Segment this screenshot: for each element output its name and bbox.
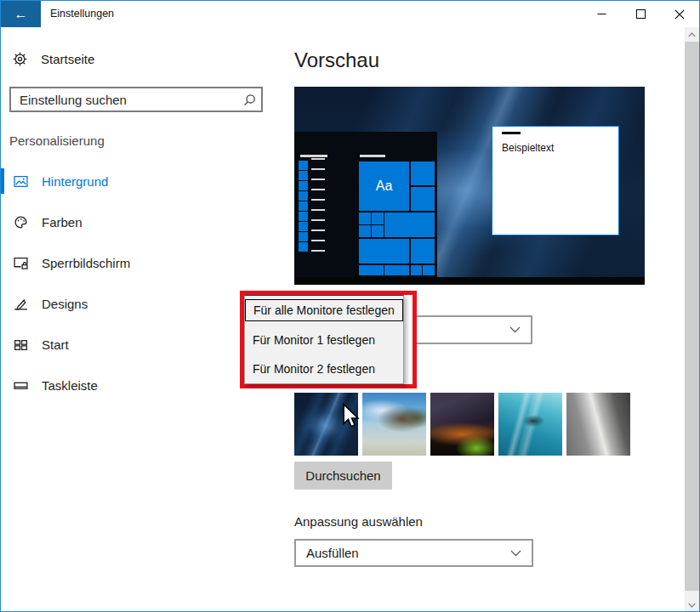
start-menu-tile xyxy=(359,212,371,224)
sidebar-item-label: Start xyxy=(42,337,69,352)
palette-icon xyxy=(14,215,28,230)
themes-icon xyxy=(14,297,28,311)
back-arrow-icon: ← xyxy=(14,7,28,22)
chevron-down-icon xyxy=(509,326,521,333)
start-menu-tile xyxy=(423,265,435,275)
minimize-button[interactable] xyxy=(582,1,621,27)
menu-item-monitor-2[interactable]: Für Monitor 2 festlegen xyxy=(245,354,403,383)
sidebar-item-label: Taskleiste xyxy=(42,378,98,393)
sidebar-home-label: Startseite xyxy=(41,52,94,66)
settings-search-box[interactable] xyxy=(9,87,263,112)
page-title: Vorschau xyxy=(294,48,379,72)
sidebar-item-start[interactable]: Start xyxy=(1,327,273,361)
start-menu-tile xyxy=(372,225,384,237)
start-menu-tile xyxy=(359,265,384,275)
scroll-down-button[interactable] xyxy=(685,598,699,612)
image-icon xyxy=(14,174,28,189)
minimize-icon xyxy=(597,9,606,19)
sidebar-item-label: Sperrbildschirm xyxy=(42,256,130,270)
maximize-button[interactable] xyxy=(621,1,660,27)
search-icon[interactable] xyxy=(237,94,261,106)
gear-icon xyxy=(13,52,27,66)
start-menu-app-list xyxy=(299,161,308,252)
start-menu-tile xyxy=(411,162,435,185)
browse-button[interactable]: Durchsuchen xyxy=(294,462,392,490)
start-tiles-icon xyxy=(14,337,28,352)
vertical-scrollbar[interactable] xyxy=(685,27,699,612)
fit-dropdown-value: Ausfüllen xyxy=(306,546,359,560)
lock-screen-icon xyxy=(14,256,28,270)
wallpaper-thumbnail-night-tent[interactable] xyxy=(430,393,494,456)
start-menu-tiles-header-line xyxy=(360,155,385,157)
sidebar-item-farben[interactable]: Farben xyxy=(1,205,273,239)
start-menu-tile xyxy=(384,212,435,237)
start-menu-tile xyxy=(411,187,435,211)
sidebar-section-label: Personalisierung xyxy=(9,133,105,148)
background-type-dropdown[interactable] xyxy=(416,315,532,344)
start-menu-tile xyxy=(372,212,384,224)
sidebar-item-label: Farben xyxy=(42,215,83,230)
menu-item-all-monitors[interactable]: Für alle Monitore festlegen xyxy=(245,299,403,321)
close-icon xyxy=(674,9,685,20)
taskbar-icon xyxy=(14,378,28,393)
sample-window-text: Beispieltext xyxy=(502,142,554,154)
sidebar-item-hintergrund[interactable]: Hintergrund xyxy=(1,164,273,198)
sidebar-item-taskleiste[interactable]: Taskleiste xyxy=(1,368,273,402)
window-controls xyxy=(582,1,699,27)
scroll-up-button[interactable] xyxy=(685,27,699,42)
chevron-down-icon xyxy=(688,603,696,608)
wallpaper-thumbnail-beach-rocks[interactable] xyxy=(362,393,426,456)
start-menu-tile xyxy=(359,225,371,237)
sample-window-title-line xyxy=(502,132,521,134)
start-menu-tile xyxy=(411,265,422,275)
start-menu-tile xyxy=(384,265,409,275)
start-menu-tile xyxy=(359,239,409,264)
preview-taskbar xyxy=(294,277,645,285)
start-menu-tile xyxy=(411,239,435,264)
sidebar-item-home[interactable]: Startseite xyxy=(1,42,273,76)
settings-window: ← Einstellungen Startseite xyxy=(0,0,700,612)
fit-section-label: Anpassung auswählen xyxy=(294,514,423,529)
fit-dropdown[interactable]: Ausfüllen xyxy=(294,539,533,567)
scrollbar-thumb[interactable] xyxy=(685,42,699,591)
sidebar-item-sperrbildschirm[interactable]: Sperrbildschirm xyxy=(1,246,273,280)
back-button[interactable]: ← xyxy=(1,1,41,27)
start-menu-app-labels xyxy=(311,158,325,253)
start-menu-header-line xyxy=(300,155,327,157)
mouse-cursor xyxy=(341,403,360,432)
sidebar-item-designs[interactable]: Designs xyxy=(1,286,273,320)
wallpaper-thumbnail-rock-face[interactable] xyxy=(566,393,630,456)
aa-tile-label: Aa xyxy=(376,178,393,194)
monitor-context-menu: Für alle Monitore festlegen Für Monitor … xyxy=(244,295,404,384)
search-input[interactable] xyxy=(11,93,237,107)
preview-start-menu: Aa xyxy=(294,132,437,277)
start-menu-tile: Aa xyxy=(359,162,409,211)
wallpaper-thumbnail-underwater[interactable] xyxy=(498,393,562,456)
window-title: Einstellungen xyxy=(50,1,114,27)
chevron-down-icon xyxy=(510,550,521,557)
annotation-highlight-box: Für alle Monitore festlegen Für Monitor … xyxy=(240,291,417,388)
preview-sample-window: Beispieltext xyxy=(492,126,619,235)
close-button[interactable] xyxy=(660,1,699,27)
sidebar-item-label: Hintergrund xyxy=(42,174,108,189)
background-preview: Aa Beispieltext xyxy=(294,87,645,285)
chevron-up-icon xyxy=(688,32,696,37)
sidebar-item-label: Designs xyxy=(42,297,88,311)
maximize-icon xyxy=(636,9,646,19)
menu-item-monitor-1[interactable]: Für Monitor 1 festlegen xyxy=(245,326,403,354)
